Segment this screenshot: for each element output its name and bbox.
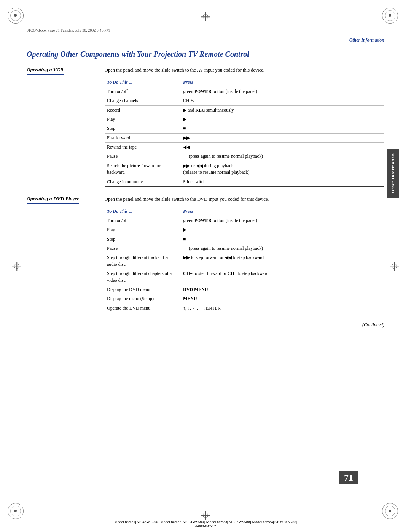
table-row: Display the DVD menuDVD MENU bbox=[105, 285, 384, 294]
dvd-row-press-6: DVD MENU bbox=[181, 285, 384, 294]
vcr-row-press-6: ◀◀ bbox=[181, 143, 384, 152]
corner-mark-tr bbox=[381, 7, 404, 30]
vcr-row-action-7: Pause bbox=[105, 152, 181, 161]
dvd-row-action-8: Operate the DVD menu bbox=[105, 304, 181, 313]
header-rule-top bbox=[27, 27, 384, 27]
table-row: Record▶ and REC simultaneously bbox=[105, 105, 384, 115]
table-row: Display the menu (Setup)MENU bbox=[105, 294, 384, 304]
dvd-row-press-0: green POWER button (inside the panel) bbox=[181, 216, 384, 225]
footer-model-names: Model name1[KP-46WT500] Model name2[KP-5… bbox=[27, 520, 384, 524]
dvd-row-action-4: Step through different tracks of an audi… bbox=[105, 253, 181, 269]
table-row: Step through different chapters of a vid… bbox=[105, 269, 384, 285]
table-row: Change input modeSlide switch bbox=[105, 177, 384, 186]
dvd-heading: Operating a DVD Player bbox=[27, 196, 79, 204]
vcr-row-press-0: green POWER button (inside the panel) bbox=[181, 87, 384, 96]
corner-mark-br bbox=[381, 502, 404, 525]
file-info: 01COV.book Page 71 Tuesday, July 30, 200… bbox=[27, 28, 384, 32]
vcr-row-press-8: ▶▶ or ◀◀ during playback(release to resu… bbox=[181, 161, 384, 177]
vcr-row-action-2: Record bbox=[105, 105, 181, 115]
table-row: Rewind the tape◀◀ bbox=[105, 143, 384, 152]
corner-mark-bl bbox=[7, 502, 30, 525]
vcr-table-header-row: To Do This ... Press bbox=[105, 78, 384, 87]
other-info-label: Other Information bbox=[27, 37, 384, 43]
table-row: Turn on/offgreen POWER button (inside th… bbox=[105, 87, 384, 96]
table-row: Play▶ bbox=[105, 225, 384, 235]
vcr-intro: Open the panel and move the slide switch… bbox=[105, 67, 384, 74]
vcr-row-press-3: ▶ bbox=[181, 115, 384, 124]
vcr-right-col: Open the panel and move the slide switch… bbox=[105, 67, 384, 187]
vcr-heading: Operating a VCR bbox=[27, 67, 64, 75]
vcr-row-action-9: Change input mode bbox=[105, 177, 181, 186]
page-wrapper: 01COV.book Page 71 Tuesday, July 30, 200… bbox=[0, 0, 411, 532]
top-rule bbox=[27, 35, 384, 35]
vcr-two-col: Operating a VCR Open the panel and move … bbox=[27, 67, 384, 187]
vcr-row-action-5: Fast forward bbox=[105, 133, 181, 142]
dvd-row-action-0: Turn on/off bbox=[105, 216, 181, 225]
dvd-row-press-5: CH+ to step forward or CH– to step backw… bbox=[181, 269, 384, 285]
table-row: Change channelsCH +/– bbox=[105, 96, 384, 105]
table-row: Fast forward▶▶ bbox=[105, 133, 384, 142]
vcr-row-press-4: ■ bbox=[181, 124, 384, 133]
dvd-right-col: Open the panel and move the slide switch… bbox=[105, 196, 384, 313]
table-row: Step through different tracks of an audi… bbox=[105, 253, 384, 269]
table-row: Search the picture forward or backward▶▶… bbox=[105, 161, 384, 177]
dvd-col-header-action: To Do This ... bbox=[105, 207, 181, 216]
reg-mark-left bbox=[12, 262, 21, 271]
sidebar-tab: Other Information bbox=[387, 149, 399, 198]
table-row: Operate the DVD menu↑, ↓, ←, →, ENTER bbox=[105, 304, 384, 313]
sidebar-tab-label: Other Information bbox=[390, 153, 395, 193]
vcr-row-press-9: Slide switch bbox=[181, 177, 384, 186]
vcr-row-action-4: Stop bbox=[105, 124, 181, 133]
dvd-row-action-6: Display the DVD menu bbox=[105, 285, 181, 294]
dvd-row-action-5: Step through different chapters of a vid… bbox=[105, 269, 181, 285]
vcr-row-press-5: ▶▶ bbox=[181, 133, 384, 142]
vcr-row-action-0: Turn on/off bbox=[105, 87, 181, 96]
table-row: Pause⏸ (press again to resume normal pla… bbox=[105, 152, 384, 161]
dvd-row-press-7: MENU bbox=[181, 294, 384, 304]
vcr-left-col: Operating a VCR bbox=[27, 67, 97, 187]
vcr-row-press-1: CH +/– bbox=[181, 96, 384, 105]
table-row: Turn on/offgreen POWER button (inside th… bbox=[105, 216, 384, 225]
dvd-row-press-4: ▶▶ to step forward or ◀◀ to step backwar… bbox=[181, 253, 384, 269]
page-title: Operating Other Components with Your Pro… bbox=[27, 49, 384, 59]
footer-rule bbox=[27, 518, 384, 518]
reg-mark-top bbox=[201, 12, 210, 21]
vcr-row-press-2: ▶ and REC simultaneously bbox=[181, 105, 384, 115]
vcr-row-action-1: Change channels bbox=[105, 96, 181, 105]
reg-mark-right bbox=[390, 262, 399, 271]
table-row: Play▶ bbox=[105, 115, 384, 124]
corner-mark-tl bbox=[7, 7, 30, 30]
vcr-col-header-action: To Do This ... bbox=[105, 78, 181, 87]
dvd-section: Operating a DVD Player Open the panel an… bbox=[27, 196, 384, 313]
continued-label: (Continued) bbox=[27, 322, 384, 328]
dvd-row-press-8: ↑, ↓, ←, →, ENTER bbox=[181, 304, 384, 313]
vcr-row-action-6: Rewind the tape bbox=[105, 143, 181, 152]
page-number: 71 bbox=[339, 471, 358, 484]
dvd-table: To Do This ... Press Turn on/offgreen PO… bbox=[105, 207, 384, 313]
table-row: Stop■ bbox=[105, 235, 384, 244]
dvd-col-header-press: Press bbox=[181, 207, 384, 216]
vcr-section: Operating a VCR Open the panel and move … bbox=[27, 67, 384, 187]
dvd-row-press-3: ⏸ (press again to resume normal playback… bbox=[181, 244, 384, 253]
content-area: 01COV.book Page 71 Tuesday, July 30, 200… bbox=[27, 27, 384, 505]
dvd-intro: Open the panel and move the slide switch… bbox=[105, 196, 384, 203]
dvd-two-col: Operating a DVD Player Open the panel an… bbox=[27, 196, 384, 313]
vcr-table: To Do This ... Press Turn on/offgreen PO… bbox=[105, 78, 384, 187]
dvd-row-action-7: Display the menu (Setup) bbox=[105, 294, 181, 304]
footer-part-number: [4-088-847-12] bbox=[27, 524, 384, 528]
footer: Model name1[KP-46WT500] Model name2[KP-5… bbox=[27, 518, 384, 528]
vcr-row-action-3: Play bbox=[105, 115, 181, 124]
dvd-left-col: Operating a DVD Player bbox=[27, 196, 97, 313]
dvd-row-press-2: ■ bbox=[181, 235, 384, 244]
dvd-row-action-1: Play bbox=[105, 225, 181, 235]
vcr-col-header-press: Press bbox=[181, 78, 384, 87]
table-row: Pause⏸ (press again to resume normal pla… bbox=[105, 244, 384, 253]
dvd-row-press-1: ▶ bbox=[181, 225, 384, 235]
dvd-row-action-2: Stop bbox=[105, 235, 181, 244]
table-row: Stop■ bbox=[105, 124, 384, 133]
dvd-row-action-3: Pause bbox=[105, 244, 181, 253]
vcr-row-action-8: Search the picture forward or backward bbox=[105, 161, 181, 177]
dvd-table-header-row: To Do This ... Press bbox=[105, 207, 384, 216]
vcr-row-press-7: ⏸ (press again to resume normal playback… bbox=[181, 152, 384, 161]
